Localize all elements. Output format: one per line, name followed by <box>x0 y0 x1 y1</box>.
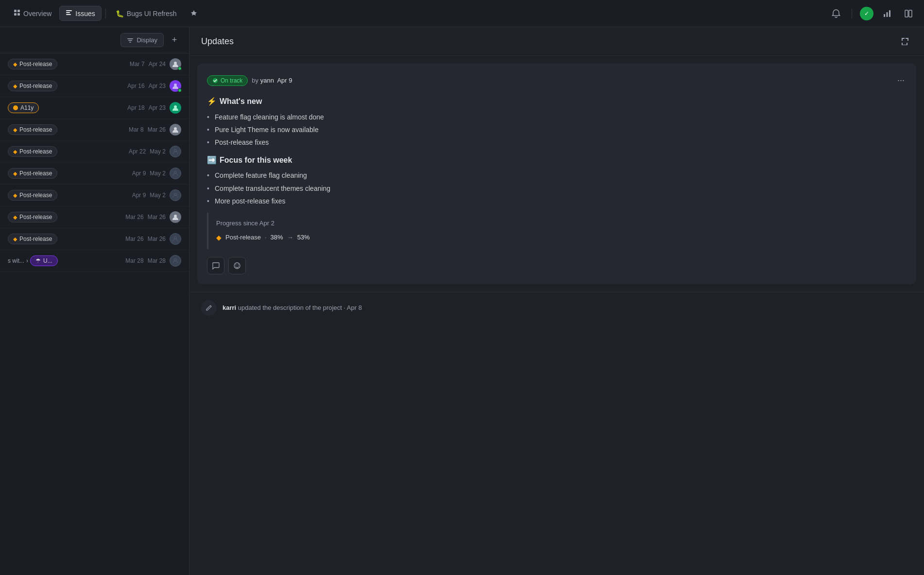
issue-row[interactable]: A11y Apr 18 Apr 23 <box>0 97 189 119</box>
whats-new-list: Feature flag cleaning is almost done Pur… <box>207 112 907 148</box>
svg-rect-8 <box>887 12 888 17</box>
issue-tag: ◆ Post-release <box>8 124 57 135</box>
nav-extra[interactable] <box>185 6 203 20</box>
comment-button[interactable] <box>207 257 224 274</box>
nav-separator-2 <box>852 9 852 18</box>
tag-label: U... <box>43 257 52 264</box>
date-start: Apr 16 <box>127 83 144 89</box>
issue-row[interactable]: ◆ Post-release Apr 16 Apr 23 <box>0 75 189 97</box>
issue-row[interactable]: ◆ Post-release Mar 26 Mar 26 <box>0 228 189 250</box>
emoji-button[interactable] <box>228 257 246 274</box>
display-button[interactable]: Display <box>120 33 164 47</box>
chart-icon[interactable] <box>879 6 895 21</box>
svg-rect-9 <box>889 10 890 17</box>
avatar <box>170 80 181 92</box>
issue-tag: ◆ Post-release <box>8 168 57 179</box>
nav-issues[interactable]: Issues <box>59 6 101 21</box>
tag-label: Post-release <box>19 126 52 133</box>
issues-label: Issues <box>75 10 95 17</box>
svg-point-28 <box>238 264 239 265</box>
svg-rect-0 <box>14 10 17 12</box>
progress-tag: Post-release <box>225 233 261 243</box>
update-meta: by yann Apr 9 <box>252 77 292 84</box>
avatar <box>170 211 181 223</box>
update-header: On track by yann Apr 9 ··· <box>207 73 907 87</box>
issue-row[interactable]: ◆ Post-release Mar 26 Mar 26 <box>0 206 189 228</box>
update-card: On track by yann Apr 9 ··· ⚡ What's new … <box>197 64 916 284</box>
date-end: May 2 <box>150 170 166 177</box>
issue-row[interactable]: ◆ Post-release Apr 22 May 2 <box>0 141 189 163</box>
diamond-icon: ◆ <box>13 170 17 177</box>
issue-tag: ☂ U... <box>30 255 58 266</box>
progress-label: Progress since Apr 2 <box>216 219 899 229</box>
right-panel: Updates On track by yann Apr 9 <box>189 27 924 575</box>
progress-section: Progress since Apr 2 ◆ Post-release · 38… <box>207 213 907 249</box>
date-start: Mar 7 <box>130 61 145 68</box>
avatar-ghost <box>170 189 181 201</box>
date-end: Mar 28 <box>148 257 166 264</box>
main-layout: Display + ◆ Post-release Mar 7 Apr 24 ◆ … <box>0 27 924 575</box>
lightning-emoji: ⚡ <box>207 95 217 108</box>
svg-rect-14 <box>129 42 131 43</box>
svg-rect-5 <box>66 12 70 13</box>
bugs-ui-refresh-label: Bugs UI Refresh <box>127 10 177 17</box>
extra-icon <box>190 9 197 17</box>
issue-row[interactable]: ◆ Post-release Apr 9 May 2 <box>0 163 189 185</box>
bottom-update-author: karri <box>222 304 236 311</box>
expand-button[interactable] <box>898 34 912 49</box>
svg-rect-12 <box>127 38 133 39</box>
update-date: Apr 9 <box>277 77 292 84</box>
on-track-badge: On track <box>207 75 248 86</box>
progress-row: ◆ Post-release · 38% → 53% <box>216 232 899 243</box>
topbar-left: Overview Issues 🐛 Bugs UI Refresh <box>8 6 824 21</box>
more-options-button[interactable]: ··· <box>895 73 907 87</box>
svg-point-27 <box>236 264 237 265</box>
avatar <box>170 58 181 70</box>
diamond-icon: ◆ <box>13 214 17 220</box>
issue-row[interactable]: ◆ Post-release Mar 7 Apr 24 <box>0 53 189 75</box>
tag-label: Post-release <box>19 83 52 89</box>
issue-tag: ◆ Post-release <box>8 190 57 201</box>
update-author: yann <box>260 77 274 84</box>
date-start: Apr 9 <box>132 192 146 199</box>
topbar: Overview Issues 🐛 Bugs UI Refresh <box>0 0 924 27</box>
panel-title: Updates <box>201 36 234 47</box>
avatar-online-dot <box>178 67 182 70</box>
svg-rect-6 <box>66 14 71 15</box>
tag-label: Post-release <box>19 236 52 242</box>
diamond-icon: ◆ <box>13 127 17 133</box>
issues-icon <box>66 9 72 17</box>
issue-row[interactable]: ◆ Post-release Mar 8 Mar 26 <box>0 119 189 141</box>
tag-label: Post-release <box>19 61 52 68</box>
list-item: Feature flag cleaning is almost done <box>207 112 907 122</box>
on-track-label: On track <box>221 77 242 84</box>
svg-rect-4 <box>66 10 72 11</box>
display-label: Display <box>137 36 157 44</box>
umbrella-icon: ☂ <box>35 257 41 264</box>
date-start: Mar 8 <box>129 126 144 133</box>
layout-icon[interactable] <box>901 6 916 21</box>
notification-icon[interactable] <box>828 6 844 21</box>
nav-bugs-ui-refresh[interactable]: 🐛 Bugs UI Refresh <box>110 7 183 20</box>
list-item: Post-release fixes <box>207 137 907 148</box>
nav-overview[interactable]: Overview <box>8 6 57 20</box>
issue-row[interactable]: ◆ Post-release Apr 9 May 2 <box>0 185 189 206</box>
svg-rect-2 <box>14 13 17 16</box>
topbar-right: ✓ <box>828 6 916 21</box>
svg-rect-10 <box>905 10 908 17</box>
bugs-icon: 🐛 <box>116 10 124 17</box>
diamond-icon: ◆ <box>13 236 17 242</box>
progress-arrow-icon: → <box>287 233 293 243</box>
issue-tag: ◆ Post-release <box>8 212 57 222</box>
bottom-update: karri updated the description of the pro… <box>189 292 924 323</box>
issue-tag: ◆ Post-release <box>8 146 57 157</box>
focus-list: Complete feature flag cleaning Complete … <box>207 170 907 206</box>
overview-icon <box>14 9 20 17</box>
circle-icon <box>13 105 18 110</box>
date-end: Apr 24 <box>149 61 166 68</box>
date-end: May 2 <box>150 148 166 155</box>
issue-row[interactable]: s wit... › ☂ U... Mar 28 Mar 28 <box>0 250 189 272</box>
avatar <box>170 102 181 114</box>
add-button[interactable]: + <box>168 34 181 47</box>
date-start: Apr 9 <box>132 170 146 177</box>
